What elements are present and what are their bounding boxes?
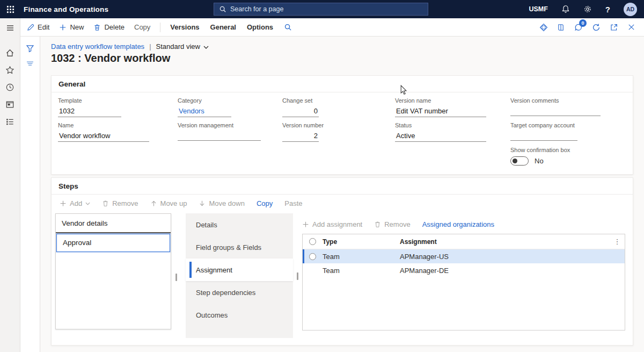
field-change-set: Change set 0 — [282, 97, 395, 117]
move-down-button[interactable]: Move down — [199, 199, 244, 207]
actionpane-right-icons: 0 — [539, 23, 638, 32]
new-button[interactable]: New — [59, 23, 84, 31]
messages-icon[interactable]: 0 — [574, 23, 583, 32]
favorites-star-icon[interactable] — [0, 62, 20, 78]
refresh-icon[interactable] — [592, 23, 601, 32]
home-icon[interactable] — [0, 45, 20, 61]
list-view-lines-icon[interactable] — [23, 56, 38, 71]
page-title: 1032 : Vendor workflow — [51, 52, 170, 64]
chevron-down-icon — [203, 46, 209, 49]
cell-type: Team — [323, 253, 400, 261]
name-input[interactable]: Vendor workflow — [58, 131, 149, 142]
field-version-name: Version name Edit VAT number — [395, 97, 510, 117]
gem-connect-icon[interactable] — [539, 23, 548, 32]
assignment-grid: Type Assignment ⋮ Team APManager-US — [302, 234, 625, 331]
add-step-button[interactable]: Add — [60, 199, 90, 207]
step-item-vendor-details[interactable]: Vendor details — [56, 214, 171, 233]
version-name-input[interactable]: Edit VAT number — [395, 106, 486, 117]
field-template: Template 1032 — [58, 97, 178, 117]
steps-section-header[interactable]: Steps — [52, 178, 633, 195]
column-header-type[interactable]: Type — [323, 238, 400, 246]
remove-step-button[interactable]: Remove — [102, 199, 138, 207]
field-name: Name Vendor workflow — [58, 122, 178, 142]
options-menu[interactable]: Options — [247, 23, 273, 31]
trash-icon — [374, 221, 381, 228]
help-icon[interactable]: ? — [605, 5, 610, 14]
trash-icon — [93, 24, 101, 31]
category-link[interactable]: Vendors — [178, 106, 231, 117]
tab-step-dependencies[interactable]: Step dependencies — [186, 281, 293, 304]
tab-outcomes[interactable]: Outcomes — [186, 304, 293, 326]
hamburger-menu-icon[interactable] — [0, 20, 20, 36]
cell-assignment: APManager-US — [400, 253, 610, 261]
delete-button[interactable]: Delete — [93, 23, 125, 31]
filter-funnel-icon[interactable] — [23, 41, 38, 56]
filter-pane-strip — [20, 37, 40, 352]
paste-step-button[interactable]: Paste — [284, 199, 302, 207]
breadcrumb-link[interactable]: Data entry workflow templates — [51, 42, 144, 51]
tab-field-groups-fields[interactable]: Field groups & Fields — [186, 236, 293, 258]
general-menu[interactable]: General — [210, 23, 236, 31]
view-selector[interactable]: Standard view — [156, 42, 209, 51]
row-checkbox[interactable] — [309, 253, 316, 260]
copy-button[interactable]: Copy — [134, 23, 150, 31]
assignment-toolbar: Add assignment Remove Assigned organizat… — [302, 212, 625, 234]
task-guide-book-icon[interactable] — [557, 23, 565, 32]
close-icon[interactable] — [627, 23, 635, 31]
edit-button[interactable]: Edit — [27, 23, 49, 31]
top-navigation-bar: Finance and Operations USMF ? AD — [0, 0, 644, 18]
left-nav-rail — [0, 18, 20, 352]
target-company-account-input[interactable] — [510, 131, 577, 141]
select-all-checkbox[interactable] — [309, 238, 316, 245]
app-launcher-icon[interactable] — [0, 0, 20, 18]
general-section-header[interactable]: General — [52, 76, 633, 92]
assignment-row-2[interactable]: Team APManager-DE — [303, 263, 625, 277]
chevron-down-icon — [85, 202, 90, 205]
settings-gear-icon[interactable] — [583, 5, 592, 13]
change-set-input[interactable]: 0 — [282, 106, 319, 117]
grid-options-kebab-icon[interactable]: ⋮ — [610, 238, 625, 246]
step-item-approval[interactable]: Approval — [56, 234, 170, 252]
version-comments-input[interactable] — [510, 106, 601, 116]
global-search[interactable] — [214, 3, 428, 16]
workspaces-icon[interactable] — [0, 96, 20, 112]
user-avatar[interactable]: AD — [624, 3, 637, 16]
breadcrumb: Data entry workflow templates | Standard… — [51, 42, 209, 51]
plus-icon — [60, 200, 67, 207]
message-count-badge: 0 — [579, 19, 587, 27]
move-up-button[interactable]: Move up — [150, 199, 187, 207]
status-input[interactable]: Active — [395, 131, 486, 142]
template-input[interactable]: 1032 — [58, 106, 121, 117]
notifications-bell-icon[interactable] — [561, 5, 570, 13]
field-category: Category Vendors — [178, 97, 282, 117]
splitter-handle[interactable] — [175, 274, 177, 281]
field-target-company-account: Target company account — [510, 122, 626, 142]
assigned-organizations-link[interactable]: Assigned organizations — [422, 220, 494, 228]
open-new-window-icon[interactable] — [610, 23, 618, 32]
field-status: Status Active — [395, 122, 510, 142]
add-assignment-button[interactable]: Add assignment — [302, 220, 362, 228]
show-confirmation-toggle[interactable] — [510, 156, 529, 166]
modules-list-icon[interactable] — [0, 113, 20, 130]
search-icon — [219, 5, 226, 13]
tab-details[interactable]: Details — [186, 213, 293, 236]
version-management-input[interactable] — [178, 131, 261, 141]
recent-clock-icon[interactable] — [0, 79, 20, 95]
company-picker[interactable]: USMF — [529, 5, 547, 13]
arrow-down-icon — [199, 200, 206, 207]
copy-step-button[interactable]: Copy — [257, 199, 273, 207]
splitter-handle-2[interactable] — [297, 272, 298, 280]
field-version-management: Version management — [178, 122, 282, 142]
field-version-comments: Version comments — [510, 97, 626, 117]
assignment-row-1[interactable]: Team APManager-US — [303, 249, 625, 263]
column-header-assignment[interactable]: Assignment — [400, 238, 610, 246]
versions-menu[interactable]: Versions — [170, 23, 199, 31]
steps-section: Steps Add Remove — [51, 177, 633, 346]
edit-pencil-icon — [27, 24, 34, 31]
search-input[interactable] — [230, 5, 423, 13]
remove-assignment-button[interactable]: Remove — [374, 220, 410, 228]
field-show-confirmation-box: Show confirmation box No — [510, 147, 626, 166]
tab-assignment[interactable]: Assignment — [186, 258, 293, 281]
version-number-input[interactable]: 2 — [282, 131, 319, 142]
actionpane-search-icon[interactable] — [284, 23, 292, 31]
